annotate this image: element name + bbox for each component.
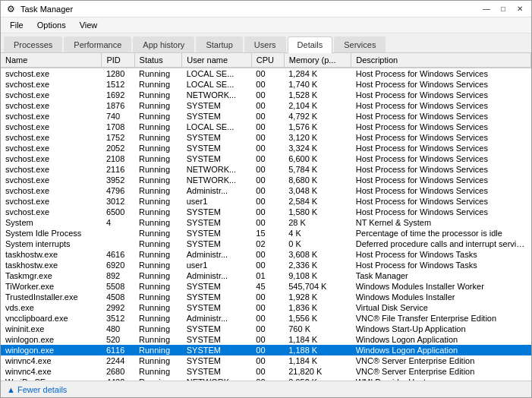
cell-cpu: 00 <box>251 164 284 175</box>
table-row[interactable]: TiWorker.exe 5508 Running SYSTEM 45 545,… <box>1 281 531 292</box>
table-row[interactable]: vds.exe 2992 Running SYSTEM 00 1,836 K V… <box>1 302 531 313</box>
cell-pid: 6116 <box>102 345 134 355</box>
cell-status: Running <box>134 281 182 292</box>
table-row[interactable]: winlogon.exe 520 Running SYSTEM 00 1,184… <box>1 334 531 345</box>
table-row[interactable]: svchost.exe 1876 Running SYSTEM 00 2,104… <box>1 100 531 111</box>
cell-cpu: 02 <box>251 238 284 249</box>
table-wrapper[interactable]: Name PID Status User name CPU Memory (p.… <box>1 53 531 381</box>
col-description[interactable]: Description <box>351 53 531 68</box>
window-title: Task Manager <box>20 5 73 14</box>
tab-performance[interactable]: Performance <box>64 36 131 52</box>
cell-cpu: 15 <box>251 228 284 238</box>
tab-startup[interactable]: Startup <box>196 36 242 52</box>
table-row[interactable]: taskhostw.exe 6920 Running user1 00 2,33… <box>1 260 531 270</box>
fewer-details-button[interactable]: ▲ Fewer details <box>7 385 67 394</box>
table-row[interactable]: vncclipboard.exe 3512 Running Administr.… <box>1 313 531 324</box>
tab-processes[interactable]: Processes <box>4 36 62 52</box>
table-row[interactable]: winvnc4.exe 2244 Running SYSTEM 00 1,184… <box>1 355 531 366</box>
cell-user: SYSTEM <box>182 111 252 122</box>
tab-details[interactable]: Details <box>288 36 333 53</box>
table-row[interactable]: svchost.exe 4796 Running Administr... 00… <box>1 185 531 196</box>
col-memory[interactable]: Memory (p... <box>284 53 351 68</box>
cell-status: Running <box>134 143 182 153</box>
cell-description: Host Process for Windows Tasks <box>351 260 531 270</box>
table-row[interactable]: System Idle Process Running SYSTEM 15 4 … <box>1 228 531 238</box>
menu-options[interactable]: Options <box>31 19 72 31</box>
cell-cpu: 00 <box>251 122 284 132</box>
table-row[interactable]: svchost.exe 2052 Running SYSTEM 00 3,324… <box>1 143 531 153</box>
col-username[interactable]: User name <box>182 53 252 68</box>
cell-description: Host Process for Windows Services <box>351 122 531 132</box>
table-row[interactable]: svchost.exe 6500 Running SYSTEM 00 1,580… <box>1 207 531 217</box>
cell-name: svchost.exe <box>1 164 102 175</box>
col-pid[interactable]: PID <box>102 53 134 68</box>
cell-name: svchost.exe <box>1 143 102 153</box>
task-manager-window: ⚙ Task Manager — □ ✕ File Options View P… <box>0 0 532 398</box>
cell-user: Administr... <box>182 249 252 260</box>
cell-name: vncclipboard.exe <box>1 313 102 324</box>
tab-services[interactable]: Services <box>334 36 386 52</box>
table-row[interactable]: winlogon.exe 6116 Running SYSTEM 00 1,18… <box>1 345 531 355</box>
col-cpu[interactable]: CPU <box>251 53 284 68</box>
cell-description: Host Process for Windows Services <box>351 196 531 207</box>
cell-user: NETWORK... <box>182 164 252 175</box>
cell-name: svchost.exe <box>1 175 102 185</box>
cell-description: Host Process for Windows Services <box>351 68 531 79</box>
close-button[interactable]: ✕ <box>512 2 528 16</box>
cell-user: Administr... <box>182 313 252 324</box>
cell-status: Running <box>134 153 182 164</box>
title-bar-buttons: — □ ✕ <box>478 2 528 16</box>
menu-view[interactable]: View <box>74 19 104 31</box>
maximize-button[interactable]: □ <box>495 2 512 16</box>
table-row[interactable]: svchost.exe 1708 Running LOCAL SE... 00 … <box>1 122 531 132</box>
cell-description: Windows Modules Installer <box>351 292 531 302</box>
table-row[interactable]: svchost.exe 2116 Running NETWORK... 00 5… <box>1 164 531 175</box>
cell-status: Running <box>134 90 182 100</box>
col-name[interactable]: Name <box>1 53 102 68</box>
cell-cpu: 00 <box>251 217 284 228</box>
table-row[interactable]: svchost.exe 2108 Running SYSTEM 00 6,600… <box>1 153 531 164</box>
table-row[interactable]: wininit.exe 480 Running SYSTEM 00 760 K … <box>1 324 531 334</box>
cell-status: Running <box>134 132 182 143</box>
cell-status: Running <box>134 324 182 334</box>
cell-name: System interrupts <box>1 238 102 249</box>
table-row[interactable]: taskhostw.exe 4616 Running Administr... … <box>1 249 531 260</box>
cell-name: svchost.exe <box>1 79 102 90</box>
table-row[interactable]: svchost.exe 3012 Running user1 00 2,584 … <box>1 196 531 207</box>
minimize-button[interactable]: — <box>478 2 495 16</box>
table-row[interactable]: Taskmgr.exe 892 Running Administr... 01 … <box>1 270 531 281</box>
tab-app-history[interactable]: App history <box>133 36 194 52</box>
menu-file[interactable]: File <box>4 19 30 31</box>
cell-cpu: 00 <box>251 207 284 217</box>
cell-description: Host Process for Windows Services <box>351 90 531 100</box>
cell-pid: 1876 <box>102 100 134 111</box>
table-row[interactable]: winvnc4.exe 2680 Running SYSTEM 00 21,82… <box>1 366 531 377</box>
cell-user: SYSTEM <box>182 217 252 228</box>
cell-name: svchost.exe <box>1 111 102 122</box>
table-row[interactable]: svchost.exe 3952 Running NETWORK... 00 8… <box>1 175 531 185</box>
cell-memory: 3,048 K <box>284 185 351 196</box>
table-row[interactable]: svchost.exe 1692 Running NETWORK... 00 1… <box>1 90 531 100</box>
table-row[interactable]: svchost.exe 1280 Running LOCAL SE... 00 … <box>1 68 531 79</box>
table-row[interactable]: svchost.exe 1752 Running SYSTEM 00 3,120… <box>1 132 531 143</box>
table-row[interactable]: svchost.exe 1512 Running LOCAL SE... 00 … <box>1 79 531 90</box>
cell-memory: 1,284 K <box>284 68 351 79</box>
cell-pid: 520 <box>102 334 134 345</box>
cell-pid: 6920 <box>102 260 134 270</box>
table-row[interactable]: svchost.exe 740 Running SYSTEM 00 4,792 … <box>1 111 531 122</box>
cell-status: Running <box>134 122 182 132</box>
tab-users[interactable]: Users <box>244 36 286 52</box>
table-row[interactable]: TrustedInstaller.exe 4508 Running SYSTEM… <box>1 292 531 302</box>
cell-description: NT Kernel & System <box>351 217 531 228</box>
table-row[interactable]: System interrupts Running SYSTEM 02 0 K … <box>1 238 531 249</box>
cell-cpu: 00 <box>251 313 284 324</box>
cell-user: LOCAL SE... <box>182 68 252 79</box>
cell-cpu: 45 <box>251 281 284 292</box>
cell-status: Running <box>134 270 182 281</box>
table-row[interactable]: System 4 Running SYSTEM 00 28 K NT Kerne… <box>1 217 531 228</box>
cell-user: SYSTEM <box>182 207 252 217</box>
cell-status: Running <box>134 260 182 270</box>
cell-status: Running <box>134 228 182 238</box>
cell-memory: 8,680 K <box>284 175 351 185</box>
col-status[interactable]: Status <box>134 53 182 68</box>
